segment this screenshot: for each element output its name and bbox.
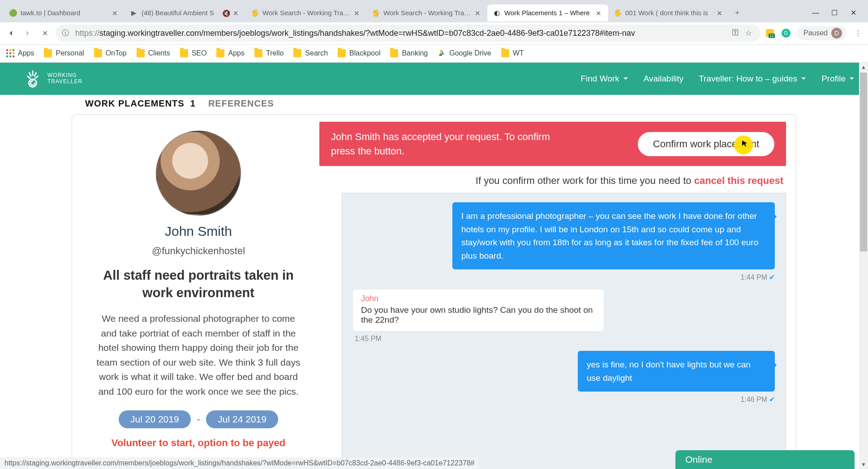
- star-bookmark-icon[interactable]: ☆: [745, 29, 754, 38]
- close-icon[interactable]: ✕: [233, 9, 240, 17]
- site-header: WORKING TRAVELLER Find Work Availability…: [0, 63, 868, 95]
- bookmark-label: Blackpool: [349, 49, 380, 57]
- read-tick-icon: ✔: [769, 395, 775, 404]
- window-close-icon[interactable]: ✕: [849, 9, 857, 17]
- scroll-thumb[interactable]: [860, 72, 867, 252]
- nav-traveller-guides[interactable]: Traveller: How to – guides: [699, 74, 806, 84]
- nav-label: Find Work: [580, 74, 619, 84]
- tab-work-placements[interactable]: WORK PLACEMENTS 1: [85, 98, 196, 109]
- google-drive-icon: [438, 49, 446, 57]
- address-bar[interactable]: ⓘ https://staging.workingtraveller.com/m…: [56, 25, 761, 42]
- host-handle[interactable]: @funkychickenhostel: [91, 245, 306, 257]
- profile-chip[interactable]: Paused D: [797, 26, 847, 40]
- forward-button[interactable]: [21, 27, 34, 39]
- date-range: Jul 20 2019 - Jul 24 2019: [91, 410, 306, 428]
- bookmark-label: Apps: [18, 49, 34, 57]
- browser-toolbar: ✕ ⓘ https://staging.workingtraveller.com…: [0, 22, 868, 45]
- close-icon[interactable]: ✕: [596, 9, 603, 17]
- close-icon[interactable]: ✕: [354, 9, 361, 17]
- extension-grammarly-icon[interactable]: G: [781, 28, 791, 38]
- favicon-tawk: 🟢: [9, 9, 17, 17]
- stop-reload-button[interactable]: ✕: [39, 27, 51, 39]
- tab-label: WORK PLACEMENTS: [85, 98, 185, 108]
- close-icon[interactable]: ✕: [475, 9, 482, 17]
- site-info-icon[interactable]: ⓘ: [62, 29, 71, 38]
- folder-icon: [338, 49, 346, 57]
- browser-menu-button[interactable]: ⋮: [853, 29, 864, 38]
- host-avatar[interactable]: [156, 131, 241, 216]
- bookmark-label: Trello: [266, 49, 284, 57]
- window-minimize-icon[interactable]: —: [812, 9, 820, 17]
- chat-box: I am a professional photographer – you c…: [342, 193, 786, 469]
- date-to-pill[interactable]: Jul 24 2019: [206, 410, 278, 428]
- scroll-up-arrow-icon[interactable]: ▲: [859, 63, 868, 72]
- new-tab-button[interactable]: ＋: [729, 5, 745, 21]
- bookmark-googledrive[interactable]: Google Drive: [438, 49, 491, 57]
- bookmark-seo[interactable]: SEO: [180, 49, 207, 57]
- close-icon[interactable]: ✕: [112, 9, 119, 17]
- folder-icon: [501, 49, 509, 57]
- nav-label: Availability: [644, 74, 683, 84]
- scroll-down-arrow-icon[interactable]: ▼: [859, 460, 868, 469]
- message-outgoing: I am a professional photographer – you c…: [452, 202, 775, 269]
- bookmark-ontop[interactable]: OnTop: [94, 49, 127, 57]
- folder-icon: [254, 49, 262, 57]
- bookmark-label: OnTop: [106, 49, 127, 57]
- favicon-wt: 🖐: [614, 9, 622, 17]
- host-name: John Smith: [91, 224, 306, 239]
- bookmark-banking[interactable]: Banking: [390, 49, 428, 57]
- volunteer-note: Volunteer to start, option to be payed: [91, 437, 306, 449]
- tab-worksearch-2[interactable]: 🖐 Work Search - Working Trave ✕: [366, 4, 487, 21]
- listing-title: All staff need portraits taken in work e…: [91, 267, 306, 302]
- conversation-pane: John Smith has accepted your request. To…: [315, 122, 786, 469]
- folder-icon: [390, 49, 398, 57]
- site-logo[interactable]: WORKING TRAVELLER: [22, 68, 82, 89]
- page-scrollbar[interactable]: ▲ ▼: [859, 63, 868, 469]
- nav-profile[interactable]: Profile: [821, 74, 855, 84]
- message-time: 1:46 PM✔: [353, 395, 775, 404]
- tab-references[interactable]: REFERENCES: [208, 98, 274, 109]
- cancel-request-link[interactable]: cancel this request: [694, 175, 783, 186]
- bookmark-personal[interactable]: Personal: [44, 49, 84, 57]
- folder-icon: [44, 49, 52, 57]
- back-button[interactable]: [4, 27, 17, 39]
- nav-availability[interactable]: Availability: [644, 74, 683, 84]
- logo-text: WORKING TRAVELLER: [47, 72, 82, 84]
- tab-001work[interactable]: 🖐 001 Work ( dont think this is ✕: [608, 4, 729, 21]
- bookmark-label: WT: [513, 49, 524, 57]
- bookmark-wt[interactable]: WT: [501, 49, 524, 57]
- favicon-loading: ◐: [493, 9, 501, 17]
- button-label: Confirm work placement: [653, 138, 759, 150]
- message-outgoing: yes is fine, no I don't have lights but …: [578, 351, 775, 392]
- confirm-work-placement-button[interactable]: Confirm work placement: [638, 132, 774, 156]
- bookmarks-bar: Apps Personal OnTop Clients SEO Apps Tre…: [0, 45, 868, 63]
- nav-find-work[interactable]: Find Work: [580, 74, 628, 84]
- bookmark-label: Apps: [228, 49, 244, 57]
- bookmark-blackpool[interactable]: Blackpool: [338, 49, 380, 57]
- tab-tawk[interactable]: 🟢 tawk.to | Dashboard ✕: [4, 4, 125, 21]
- window-maximize-icon[interactable]: ☐: [830, 9, 838, 17]
- read-tick-icon: ✔: [769, 273, 775, 281]
- chat-online-widget[interactable]: Online: [675, 450, 855, 469]
- bookmark-search[interactable]: Search: [293, 49, 328, 57]
- profile-avatar-icon: D: [831, 28, 842, 38]
- status-bar-url: https://staging.workingtraveller.com/mem…: [0, 457, 479, 469]
- favicon-youtube: ▶: [130, 9, 138, 17]
- date-from-pill[interactable]: Jul 20 2019: [119, 410, 191, 428]
- tab-youtube[interactable]: ▶ (48) Beautiful Ambient S 🔇 ✕: [125, 4, 245, 21]
- apps-shortcut[interactable]: Apps: [6, 49, 34, 57]
- tab-workplacements[interactable]: ◐ Work Placements 1 – Where ✕: [487, 4, 608, 21]
- message-time: 1:44 PM✔: [353, 273, 775, 281]
- password-key-icon[interactable]: ⚿: [732, 29, 741, 38]
- bookmark-trello[interactable]: Trello: [254, 49, 284, 57]
- bookmark-clients[interactable]: Clients: [137, 49, 170, 57]
- page-viewport: WORKING TRAVELLER Find Work Availability…: [0, 63, 868, 469]
- tab-worksearch-1[interactable]: 🖐 Work Search - Working Trave ✕: [245, 4, 366, 21]
- bookmark-apps2[interactable]: Apps: [216, 49, 244, 57]
- extension-translate-icon[interactable]: [765, 28, 775, 38]
- bookmark-label: Banking: [402, 49, 428, 57]
- mute-icon[interactable]: 🔇: [222, 9, 229, 17]
- tab-title: tawk.to | Dashboard: [21, 9, 108, 17]
- online-label: Online: [685, 454, 713, 465]
- close-icon[interactable]: ✕: [717, 9, 724, 17]
